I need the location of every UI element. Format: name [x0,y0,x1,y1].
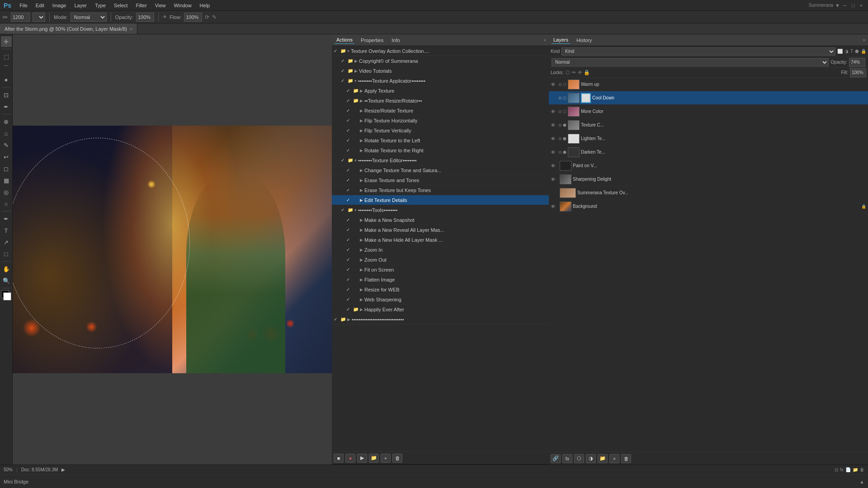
tab-layers[interactable]: Layers [552,36,570,44]
kind-select[interactable]: Kind [561,47,835,56]
shape-tool[interactable]: □ [1,249,12,259]
hand-tool[interactable]: ✋ [1,263,12,274]
eye-paint-on-v[interactable]: 👁 [551,163,557,169]
layer-darken-te[interactable]: 👁 ⊙ ⬣ Darken Te... [549,145,868,159]
blend-mode-select[interactable]: Normal [552,58,829,66]
marquee-tool[interactable]: ⬚ [1,51,12,62]
path-selection-tool[interactable]: ↗ [1,237,12,248]
layers-fx-btn[interactable]: fx [562,454,572,463]
action-new-action-btn[interactable]: + [381,454,391,463]
layers-new-btn[interactable]: + [609,454,619,463]
layers-adj-btn[interactable]: ◑ [586,454,596,463]
tab-properties[interactable]: Properties [359,37,385,44]
zoom-tool[interactable]: 🔍 [1,275,12,286]
action-erase-keep-tones[interactable]: ✓ ▶ Erase Texture but Keep Tones [332,185,549,195]
eraser-tool[interactable]: ◻ [1,163,12,174]
action-erase-texture-tones[interactable]: ✓ ▶ Erase Texture and Tones [332,175,549,185]
doc-tab-close[interactable]: × [130,26,132,32]
layer-texture-c[interactable]: 👁 ⊙ ⬣ Texture C... [549,118,868,132]
pen-tool[interactable]: ✒ [1,213,12,224]
magic-wand-tool[interactable]: ⁕ [1,75,12,85]
healing-brush-tool[interactable]: ⊕ [1,116,12,127]
action-flip-h[interactable]: ✓ ▶ Flip Texture Horizontally [332,116,549,126]
brush-tool[interactable]: ⌂ [1,128,12,139]
layer-more-color[interactable]: 👁 ⊙ ⬡ More Color [549,105,868,118]
move-tool[interactable]: ✛ [1,36,12,47]
layers-mask-btn[interactable]: ⬡ [574,454,584,463]
layers-delete-btn[interactable]: 🗑 [621,454,631,463]
tab-info[interactable]: Info [390,37,401,44]
eye-texture-c[interactable]: 👁 [551,122,557,128]
action-copyright[interactable]: ✓ 📁 ▶ Copyright© of Summerana [332,56,549,66]
menu-edit[interactable]: Edit [32,2,48,9]
mini-bridge-expand[interactable]: ▲ [859,479,864,484]
eye-warm-up[interactable]: 👁 [551,82,557,87]
action-record-btn[interactable]: ● [345,454,355,463]
action-resize-rotate[interactable]: ✓ ▶ Resize/Rotate Texture [332,106,549,116]
eyedropper-tool[interactable]: ✒ [1,101,12,112]
foreground-color[interactable] [1,290,12,301]
menu-view[interactable]: View [151,2,170,9]
action-change-texture-tone[interactable]: ✓ ▶ Change Texture Tone and Satura... [332,165,549,175]
layer-sharpening[interactable]: 👁 Sharpening Delight [549,173,868,186]
text-tool[interactable]: T [1,225,12,236]
lock-position-icon[interactable]: ✛ [578,70,582,75]
menu-help[interactable]: Help [196,2,214,9]
tab-history[interactable]: History [575,37,594,44]
action-flip-v[interactable]: ✓ ▶ Flip Texture Vertically [332,126,549,136]
action-resize-web[interactable]: ✓ ▶ Resize for WEB [332,285,549,295]
blur-tool[interactable]: ◎ [1,187,12,197]
action-dots-bottom[interactable]: ✓ 📁 ▶ •••••••••••••••••••••••••••••• [332,314,549,324]
layer-background[interactable]: 👁 Background 🔒 [549,200,868,213]
lock-image-icon[interactable]: ✏ [572,70,576,75]
status-arrow[interactable]: ▶ [61,467,65,472]
menu-type[interactable]: Type [91,2,109,9]
menu-file[interactable]: File [16,2,31,9]
action-tools[interactable]: ✓ 📁 ▾ ••••••••Tools•••••••• [332,205,549,215]
opacity-value-input[interactable] [849,58,865,67]
eye-background[interactable]: 👁 [551,204,557,209]
clone-stamp-tool[interactable]: ✎ [1,140,12,150]
action-texture-editor[interactable]: ✓ 📁 ▾ ••••••••Texture Editor•••••••• [332,155,549,165]
menu-select[interactable]: Select [110,2,132,9]
opacity-input[interactable] [136,13,154,22]
tab-actions[interactable]: Actions [335,36,354,44]
fill-value-input[interactable] [850,68,866,77]
gradient-tool[interactable]: ▦ [1,175,12,186]
action-apply-texture[interactable]: ✓ 📁 ▶ Apply Texture [332,86,549,96]
history-brush-tool[interactable]: ↩ [1,151,12,162]
action-video-tutorials[interactable]: ✓ 📁 ▶ Video Tutorials [332,66,549,76]
layer-lighten-te[interactable]: 👁 ⊙ ⬣ Lighten Te... [549,132,868,145]
menu-window[interactable]: Window [170,2,195,9]
lasso-tool[interactable]: ⌒ [1,63,12,74]
action-rotate-left[interactable]: ✓ ▶ Rotate Texture to the Left [332,136,549,145]
lock-transparency-icon[interactable]: ⬡ [566,70,570,75]
action-texture-resize[interactable]: ✓ 📁 ▶ ••Texture Resize/Rotator•• [332,96,549,106]
action-hide-all-layer[interactable]: ✓ ▶ Make a New Hide All Layer Mask ... [332,235,549,245]
action-new-set-btn[interactable]: 📁 [369,454,379,463]
canvas-area[interactable] [13,34,332,465]
eye-more-color[interactable]: 👁 [551,109,557,114]
menu-layer[interactable]: Layer [71,2,90,9]
action-reveal-all-layer[interactable]: ✓ ▶ Make a New Reveal All Layer Mas... [332,225,549,235]
action-delete-btn[interactable]: 🗑 [392,454,402,463]
action-flatten-image[interactable]: ✓ ▶ Flatten Image [332,275,549,285]
action-edit-texture-details[interactable]: ✓ ▶ Edit Texture Details [332,195,549,205]
menu-image[interactable]: Image [49,2,70,9]
action-play-btn[interactable]: ▶ [357,454,367,463]
action-fit-on-screen[interactable]: ✓ ▶ Fit on Screen [332,265,549,275]
brush-options-select[interactable] [33,13,45,22]
menu-filter[interactable]: Filter [132,2,150,9]
action-happily-ever[interactable]: ✓ 📁 ▶ Happily Ever After [332,305,549,314]
action-rotate-right[interactable]: ✓ ▶ Rotate Texture to the Right [332,145,549,155]
lock-all-icon[interactable]: 🔒 [584,70,590,75]
action-web-sharpening[interactable]: ✓ ▶ Web Sharpening [332,295,549,305]
action-zoom-out[interactable]: ✓ ▶ Zoom Out [332,255,549,265]
layers-link-btn[interactable]: 🔗 [551,454,561,463]
action-group-texture-overlay[interactable]: ✓ 📁 ▾ Texture Overlay Action Collection.… [332,46,549,56]
layer-cool-down[interactable]: ⊙ ⬡ Cool Down [549,91,868,105]
action-make-snapshot[interactable]: ✓ ▶ Make a New Snapshot [332,215,549,225]
layers-group-btn[interactable]: 📁 [598,454,608,463]
eye-darken-te[interactable]: 👁 [551,150,557,155]
dodge-tool[interactable]: ○ [1,198,12,209]
